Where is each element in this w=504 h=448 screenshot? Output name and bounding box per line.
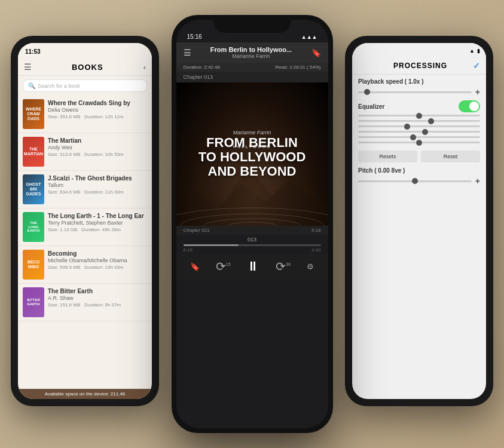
center-top-bar: ☰ From Berlin to Hollywoo... Marianne Fa… — [176, 42, 328, 63]
speed-slider[interactable] — [358, 87, 472, 97]
speed-plus-button[interactable]: + — [475, 87, 480, 97]
equalizer-label: Equalizer — [358, 103, 459, 110]
battery-icon: ▮ — [477, 48, 480, 54]
books-title: BOOKS — [35, 63, 140, 72]
list-item[interactable]: WHERECRAWDADS Where the Crawdads Sing by… — [18, 96, 152, 133]
book-author: Michelle Obama/Michelle Obama — [48, 257, 147, 263]
center-screen: 15:16 ▲▲▲ ☰ From Berlin to Hollywoo... M… — [176, 20, 328, 428]
track-meta: Duration: 2:42:48 Read: 1:28:31 ( 54%) — [176, 63, 328, 72]
speed-row: + — [352, 86, 486, 99]
back-icon[interactable]: ‹ — [143, 63, 146, 72]
book-cover: BECOMING — [23, 250, 44, 280]
book-info: Where the Crawdads Sing by Delia Owens S… — [48, 99, 147, 119]
center-phone: 15:16 ▲▲▲ ☰ From Berlin to Hollywoo... M… — [172, 15, 333, 433]
pause-button[interactable]: ⏸ — [246, 259, 259, 274]
hamburger-icon[interactable]: ☰ — [24, 62, 32, 72]
list-item[interactable]: BITTEREARTH The Bitter Earth A.R. Shaw S… — [18, 284, 152, 321]
book-title: The Bitter Earth — [48, 287, 147, 295]
book-info: J.Scalzi - The Ghost Brigades Tallum Siz… — [48, 174, 147, 195]
playback-speed-label: Playback speed ( 1.0x ) — [352, 75, 486, 86]
progress-fill — [184, 244, 239, 246]
right-status-bar: ▲ ▮ — [352, 43, 486, 59]
equalizer-toggle[interactable] — [459, 100, 480, 112]
chapter-time: 5:18 — [311, 228, 321, 233]
left-header: ☰ BOOKS ‹ — [18, 60, 152, 76]
right-phone: ▲ ▮ PROCESSING ✓ Playback speed ( 1.0x )… — [345, 36, 493, 406]
book-meta: Size: 1.13 GB Duration: 49h 28m — [48, 227, 147, 232]
book-author: Delia Owens — [48, 107, 147, 113]
bookmark-button[interactable]: 🔖 — [190, 262, 200, 271]
left-phone-screen: 11:53 ☰ BOOKS ‹ 🔍 Search for a book WHER… — [18, 43, 152, 399]
storage-bar: Available space on the device: 211.46 — [18, 389, 152, 399]
search-bar[interactable]: 🔍 Search for a book — [23, 79, 147, 92]
book-info: The Bitter Earth A.R. Shaw Size: 151.6 M… — [48, 287, 147, 308]
album-main-title: FROM BERLINTO HOLLYWOODAND BEYOND — [198, 136, 306, 179]
pitch-label: Pitch ( 0.00 8ve ) — [352, 165, 486, 175]
book-cover: BITTEREARTH — [23, 287, 44, 317]
book-meta: Size: 548.9 MB Duration: 19h 03m — [48, 265, 147, 270]
book-meta: Size: 313.8 MB Duration: 10h 53m — [48, 152, 147, 157]
list-item[interactable]: BECOMING Becoming Michelle Obama/Michell… — [18, 246, 152, 284]
time-elapsed: 6:16 — [184, 247, 193, 253]
presets-row: Resets Reset — [352, 148, 486, 165]
book-meta: Size: 634.6 MB Duration: 11h 00m — [48, 189, 147, 195]
forward-button[interactable]: ⟳30 — [276, 259, 291, 274]
right-screen: ▲ ▮ PROCESSING ✓ Playback speed ( 1.0x )… — [352, 43, 486, 399]
eq-slider-row[interactable] — [358, 142, 480, 143]
book-author: Andy Weir — [48, 145, 147, 151]
left-time: 11:53 — [25, 48, 41, 55]
album-art: Marianne Farrin FROM BERLINTO HOLLYWOODA… — [176, 82, 328, 226]
book-title: The Martian — [48, 137, 147, 145]
eq-settings-button[interactable]: ⚙ — [307, 262, 314, 271]
list-item[interactable]: GHOSTBRIGADES J.Scalzi - The Ghost Briga… — [18, 171, 152, 208]
svg-point-3 — [181, 214, 324, 226]
rewind-button[interactable]: ⟳15 — [216, 259, 231, 274]
pitch-row: + — [352, 175, 486, 187]
toggle-knob — [469, 102, 479, 111]
duration-label: Duration: 2:42:48 — [184, 65, 220, 70]
book-cover: THELONGEARTH — [23, 212, 44, 242]
time-remaining: 4:30 — [311, 247, 321, 253]
reset-button[interactable]: Reset — [421, 151, 480, 162]
book-author: Tallum — [48, 182, 147, 188]
eq-slider-row[interactable] — [358, 125, 480, 127]
wifi-icon: ▲ — [469, 48, 475, 54]
book-title: J.Scalzi - The Ghost Brigades — [48, 174, 147, 182]
book-title: Becoming — [48, 250, 147, 257]
chapter-label-top: Chapter 013 — [176, 72, 328, 82]
center-time: 15:16 — [187, 33, 202, 40]
eq-slider-row[interactable] — [358, 131, 480, 133]
chapter-bottom: Chapter 021 5:18 — [176, 226, 328, 235]
clock-icon[interactable]: 🔖 — [311, 48, 321, 57]
book-cover: GHOSTBRIGADES — [23, 174, 44, 204]
track-author: Marianne Farrin — [196, 53, 307, 59]
search-placeholder: Search for a book — [38, 83, 80, 89]
book-title: The Long Earth - 1 - The Long Ear — [48, 212, 147, 220]
right-header: PROCESSING ✓ — [352, 59, 486, 75]
eq-slider-row[interactable] — [358, 120, 480, 122]
list-item[interactable]: THELONGEARTH The Long Earth - 1 - The Lo… — [18, 208, 152, 246]
progress-number: 013 — [176, 235, 328, 244]
pitch-plus-button[interactable]: + — [475, 176, 480, 186]
progress-bar-container[interactable] — [176, 244, 328, 246]
book-info: Becoming Michelle Obama/Michelle Obama S… — [48, 250, 147, 270]
book-cover: THEMARTIAN — [23, 137, 44, 167]
left-status-bar: 11:53 — [18, 43, 152, 60]
menu-icon[interactable]: ☰ — [184, 48, 191, 57]
list-item[interactable]: THEMARTIAN The Martian Andy Weir Size: 3… — [18, 133, 152, 171]
chapter-label-bottom: Chapter 021 — [184, 228, 210, 233]
book-info: The Long Earth - 1 - The Long Ear Terry … — [48, 212, 147, 232]
svg-point-2 — [176, 208, 328, 226]
track-title: From Berlin to Hollywoo... — [196, 46, 307, 53]
processing-title: PROCESSING — [368, 62, 473, 70]
book-meta: Size: 151.6 MB Duration: 5h 07m — [48, 302, 147, 308]
book-cover: WHERECRAWDADS — [23, 99, 44, 129]
presets-button[interactable]: Resets — [358, 151, 417, 162]
eq-slider-row[interactable] — [358, 115, 480, 116]
pitch-slider[interactable] — [358, 180, 472, 182]
book-author: A.R. Shaw — [48, 295, 147, 301]
scene: 11:53 ☰ BOOKS ‹ 🔍 Search for a book WHER… — [0, 0, 504, 448]
svg-point-5 — [228, 222, 276, 226]
check-button[interactable]: ✓ — [473, 61, 480, 70]
eq-slider-row[interactable] — [358, 136, 480, 138]
